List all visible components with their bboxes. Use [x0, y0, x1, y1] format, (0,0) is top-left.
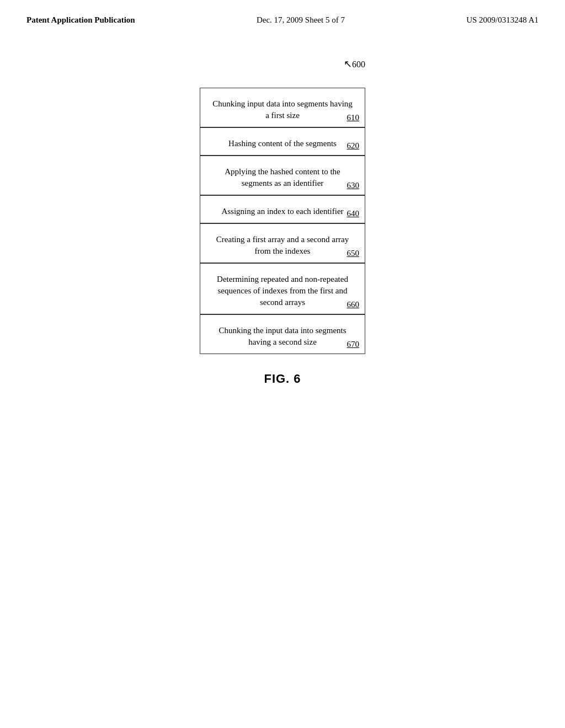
box-670-number: 670: [347, 339, 360, 350]
box-640-text: Assigning an index to each identifier: [221, 207, 343, 216]
box-670-text: Chunking the input data into segments ha…: [218, 326, 346, 346]
header-left: Patent Application Publication: [26, 15, 135, 25]
ref-600: ↖600: [344, 58, 365, 70]
header-right: US 2009/0313248 A1: [466, 15, 539, 25]
box-610-number: 610: [347, 112, 360, 124]
box-670: Chunking the input data into segments ha…: [200, 314, 365, 354]
box-640: Assigning an index to each identifier 64…: [200, 195, 365, 223]
flowchart: Chunking input data into segments having…: [194, 88, 371, 354]
fig-label: FIG. 6: [264, 372, 301, 386]
box-650-number: 650: [347, 248, 360, 259]
box-660-number: 660: [347, 299, 360, 311]
box-630: Applying the hashed content to the segme…: [200, 156, 365, 195]
box-620: Hashing content of the segments 620: [200, 127, 365, 156]
header-center: Dec. 17, 2009 Sheet 5 of 7: [257, 15, 345, 25]
box-660-text: Determining repeated and non-repeated se…: [217, 275, 348, 307]
box-620-text: Hashing content of the segments: [228, 139, 337, 148]
box-660: Determining repeated and non-repeated se…: [200, 263, 365, 314]
box-610: Chunking input data into segments having…: [200, 88, 365, 127]
box-630-text: Applying the hashed content to the segme…: [225, 167, 340, 188]
box-650-text: Creating a first array and a second arra…: [216, 235, 349, 255]
box-640-number: 640: [347, 208, 360, 220]
box-630-number: 630: [347, 180, 360, 191]
box-620-number: 620: [347, 140, 360, 152]
box-610-text: Chunking input data into segments having…: [212, 99, 353, 120]
page-header: Patent Application Publication Dec. 17, …: [0, 0, 565, 25]
diagram-container: ↖600 Chunking input data into segments h…: [0, 58, 565, 386]
box-650: Creating a first array and a second arra…: [200, 223, 365, 263]
